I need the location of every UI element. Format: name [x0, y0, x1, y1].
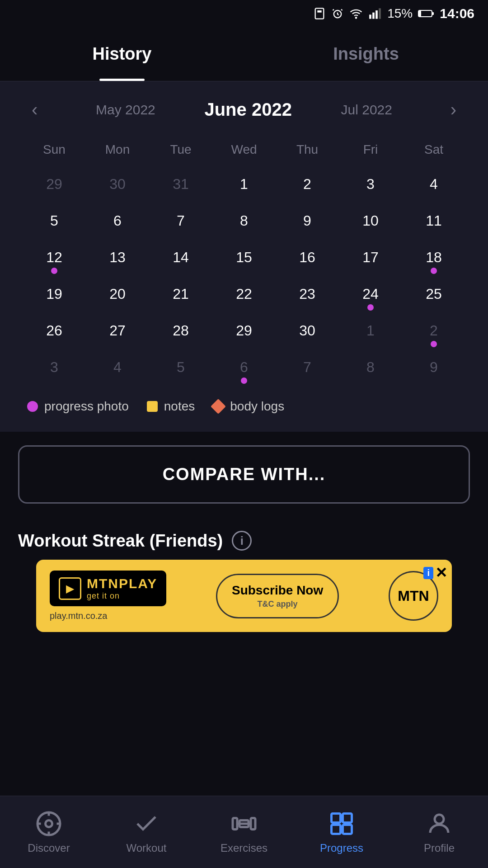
progress-dot — [431, 341, 437, 347]
day-cell[interactable]: 17 — [339, 239, 402, 276]
bottom-nav: Discover Workout Exercises Progress — [0, 796, 488, 868]
day-cell[interactable]: 26 — [23, 312, 86, 349]
battery-percent: 15% — [387, 6, 413, 21]
compare-button[interactable]: COMPARE WITH... — [18, 445, 470, 504]
legend-notes: notes — [147, 399, 195, 414]
day-cell[interactable]: 23 — [276, 276, 339, 312]
day-cell[interactable]: 16 — [276, 239, 339, 276]
prev-month: May 2022 — [96, 102, 155, 118]
signal-icon — [368, 7, 382, 20]
day-cell[interactable]: 8 — [212, 203, 276, 239]
tab-underline — [99, 79, 145, 81]
day-cell[interactable]: 20 — [86, 276, 149, 312]
nav-profile[interactable]: Profile — [390, 810, 488, 854]
calendar-legend: progress photo notes body logs — [23, 399, 465, 414]
weekday-fri: Fri — [339, 133, 402, 166]
svg-rect-21 — [332, 813, 341, 822]
day-cell[interactable]: 6 — [86, 203, 149, 239]
exercises-icon — [230, 810, 258, 837]
workout-icon — [133, 810, 160, 837]
day-cell[interactable]: 18 — [402, 239, 465, 276]
sd-icon — [313, 7, 326, 20]
day-cell[interactable]: 10 — [339, 203, 402, 239]
day-cell[interactable]: 2 — [402, 312, 465, 349]
ad-play-icon: ▶ — [59, 577, 81, 600]
info-icon[interactable]: i — [232, 531, 252, 551]
ad-get-it-on: get it on — [87, 591, 157, 601]
day-cell[interactable]: 3 — [23, 349, 86, 386]
day-cell[interactable]: 30 — [86, 166, 149, 203]
day-cell[interactable]: 1 — [212, 166, 276, 203]
calendar-nav: ‹ May 2022 June 2022 Jul 2022 › — [23, 99, 465, 120]
ad-brand: ▶ MTNPLAY get it on play.mtn.co.za — [50, 571, 166, 621]
top-tabs: History Insights — [0, 27, 488, 81]
nav-progress[interactable]: Progress — [293, 810, 390, 854]
day-cell[interactable]: 8 — [339, 349, 402, 386]
progress-icon — [328, 810, 355, 837]
day-cell[interactable]: 6 — [212, 349, 276, 386]
legend-purple-dot — [27, 401, 38, 412]
svg-rect-4 — [369, 14, 371, 19]
day-cell[interactable]: 13 — [86, 239, 149, 276]
calendar-section: ‹ May 2022 June 2022 Jul 2022 › Sun Mon … — [0, 81, 488, 432]
day-cell[interactable]: 14 — [149, 239, 212, 276]
day-cell[interactable]: 1 — [339, 312, 402, 349]
next-arrow[interactable]: › — [441, 99, 465, 120]
day-cell[interactable]: 4 — [86, 349, 149, 386]
day-cell[interactable]: 9 — [402, 349, 465, 386]
day-cell[interactable]: 25 — [402, 276, 465, 312]
nav-workout[interactable]: Workout — [98, 810, 195, 854]
nav-profile-label: Profile — [424, 842, 455, 854]
nav-exercises[interactable]: Exercises — [195, 810, 293, 854]
current-month: June 2022 — [204, 99, 291, 120]
day-cell[interactable]: 22 — [212, 276, 276, 312]
day-cell[interactable]: 21 — [149, 276, 212, 312]
next-month: Jul 2022 — [341, 102, 392, 118]
weekday-mon: Mon — [86, 133, 149, 166]
svg-rect-10 — [432, 12, 434, 15]
ad-mtn-logo: ▶ MTNPLAY get it on — [50, 571, 166, 606]
ad-subscribe-button[interactable]: Subscribe Now T&C apply — [216, 574, 339, 618]
day-cell[interactable]: 7 — [276, 349, 339, 386]
svg-rect-5 — [372, 13, 375, 19]
day-cell[interactable]: 3 — [339, 166, 402, 203]
day-cell[interactable]: 11 — [402, 203, 465, 239]
day-cell[interactable]: 28 — [149, 312, 212, 349]
day-cell[interactable]: 19 — [23, 276, 86, 312]
status-icons: 15% 14:06 — [313, 6, 474, 21]
svg-rect-7 — [379, 8, 381, 19]
day-cell[interactable]: 15 — [212, 239, 276, 276]
day-cell[interactable]: 12 — [23, 239, 86, 276]
day-cell[interactable]: 7 — [149, 203, 212, 239]
day-cell[interactable]: 9 — [276, 203, 339, 239]
svg-rect-23 — [332, 825, 341, 834]
day-cell[interactable]: 29 — [23, 166, 86, 203]
svg-rect-22 — [343, 813, 352, 822]
battery-icon — [418, 7, 434, 20]
weekday-wed: Wed — [212, 133, 276, 166]
day-cell[interactable]: 4 — [402, 166, 465, 203]
day-cell[interactable]: 30 — [276, 312, 339, 349]
day-cell[interactable]: 5 — [23, 203, 86, 239]
ad-info-badge[interactable]: i — [423, 567, 433, 579]
svg-point-12 — [46, 820, 52, 827]
nav-discover[interactable]: Discover — [0, 810, 98, 854]
day-cell[interactable]: 24 — [339, 276, 402, 312]
tab-history[interactable]: History — [0, 27, 244, 81]
status-bar: 15% 14:06 — [0, 0, 488, 27]
svg-rect-24 — [343, 825, 352, 834]
weekday-sun: Sun — [23, 133, 86, 166]
day-cell[interactable]: 29 — [212, 312, 276, 349]
prev-arrow[interactable]: ‹ — [23, 99, 47, 120]
day-cell[interactable]: 5 — [149, 349, 212, 386]
svg-rect-9 — [419, 11, 421, 16]
ad-close-button[interactable]: ✕ — [435, 564, 447, 581]
day-cell[interactable]: 31 — [149, 166, 212, 203]
day-cell[interactable]: 2 — [276, 166, 339, 203]
wifi-icon — [349, 7, 363, 20]
progress-dot — [431, 268, 437, 274]
progress-dot — [367, 304, 374, 311]
day-cell[interactable]: 27 — [86, 312, 149, 349]
time: 14:06 — [440, 6, 474, 21]
tab-insights[interactable]: Insights — [244, 27, 488, 81]
